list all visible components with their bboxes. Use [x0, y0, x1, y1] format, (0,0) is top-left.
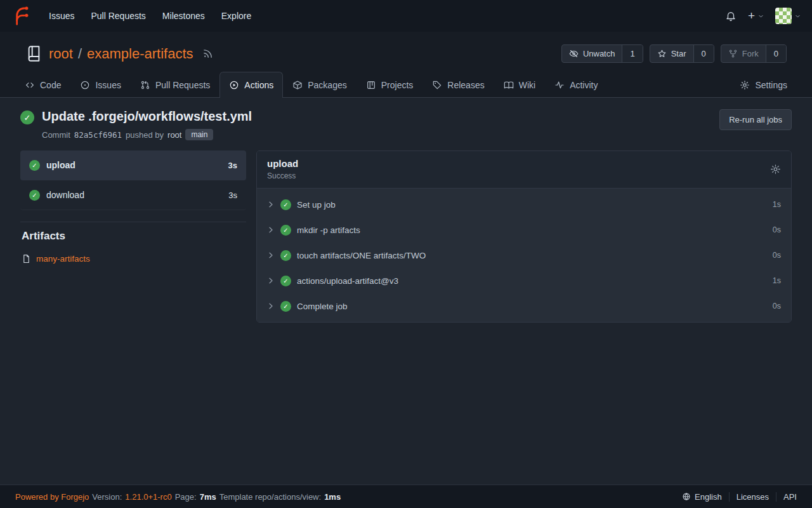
navbar-right: + — [725, 8, 801, 24]
job-detail-panel: upload Success ✓ Set up job 1s — [256, 150, 792, 323]
pusher-link[interactable]: root — [167, 130, 181, 140]
rss-icon[interactable] — [202, 48, 213, 59]
breadcrumb-separator: / — [78, 46, 82, 62]
version-link[interactable]: 1.21.0+1-rc0 — [125, 492, 171, 502]
star-icon — [657, 49, 667, 58]
tab-actions-label: Actions — [244, 80, 273, 90]
notifications-button[interactable] — [725, 10, 737, 22]
eye-slash-icon — [569, 49, 579, 58]
project-board-icon — [366, 80, 376, 90]
step-duration: 1s — [773, 200, 781, 209]
commit-sha-link[interactable]: 82a5cf6961 — [74, 130, 122, 140]
star-label: Star — [671, 49, 686, 58]
repo-owner-link[interactable]: root — [49, 46, 73, 62]
globe-icon — [682, 492, 691, 501]
artifacts-heading: Artifacts — [20, 230, 246, 243]
step-row-mkdir[interactable]: ✓ mkdir -p artifacts 0s — [257, 217, 791, 243]
step-name: mkdir -p artifacts — [297, 225, 360, 235]
repo-name-link[interactable]: example-artifacts — [87, 46, 193, 62]
template-time-label: Template repo/actions/view: — [219, 492, 321, 502]
powered-by-link[interactable]: Powered by Forgejo — [15, 492, 89, 502]
job-success-icon: ✓ — [29, 160, 40, 171]
page-time-value: 7ms — [200, 492, 216, 502]
tab-releases[interactable]: Releases — [422, 72, 494, 98]
nav-item-pull-requests[interactable]: Pull Requests — [82, 6, 154, 26]
user-menu-button[interactable] — [775, 8, 801, 24]
create-new-button[interactable]: + — [748, 11, 764, 22]
app-navbar: Issues Pull Requests Milestones Explore … — [0, 0, 812, 32]
step-success-icon: ✓ — [280, 301, 291, 312]
template-time-value: 1ms — [324, 492, 341, 502]
tab-activity-label: Activity — [570, 80, 598, 90]
chevron-right-icon — [267, 251, 275, 259]
step-row-complete-job[interactable]: ✓ Complete job 0s — [257, 293, 791, 319]
play-circle-icon — [229, 80, 239, 90]
chevron-down-icon — [758, 13, 764, 19]
tab-code[interactable]: Code — [15, 72, 70, 98]
step-row-touch[interactable]: ✓ touch artifacts/ONE artifacts/TWO 0s — [257, 243, 791, 268]
tab-issues[interactable]: Issues — [70, 72, 130, 98]
step-duration: 0s — [773, 251, 781, 260]
step-row-set-up-job[interactable]: ✓ Set up job 1s — [257, 192, 791, 217]
chevron-right-icon — [267, 302, 275, 310]
unwatch-button[interactable]: Unwatch — [562, 45, 622, 62]
forks-count[interactable]: 0 — [766, 45, 786, 62]
tab-activity[interactable]: Activity — [545, 72, 607, 98]
rerun-all-jobs-button[interactable]: Re-run all jobs — [719, 109, 792, 130]
job-row-upload[interactable]: ✓ upload 3s — [20, 150, 246, 180]
avatar — [775, 8, 792, 24]
forgejo-logo-icon — [11, 6, 32, 26]
step-success-icon: ✓ — [280, 199, 291, 210]
tab-wiki[interactable]: Wiki — [494, 72, 545, 98]
step-row-upload-artifact[interactable]: ✓ actions/upload-artifact@v3 1s — [257, 268, 791, 293]
fork-button[interactable]: Fork — [721, 45, 766, 62]
tab-settings[interactable]: Settings — [730, 72, 797, 98]
job-duration: 3s — [228, 161, 237, 170]
artifact-link[interactable]: many-artifacts — [36, 254, 90, 264]
chevron-right-icon — [267, 226, 275, 234]
run-success-icon: ✓ — [20, 110, 34, 124]
footer-left: Powered by Forgejo Version: 1.21.0+1-rc0… — [15, 492, 341, 502]
job-sidebar: ✓ upload 3s ✓ download 3s Artifacts many… — [20, 150, 246, 264]
tab-projects[interactable]: Projects — [357, 72, 423, 98]
tab-projects-label: Projects — [381, 80, 414, 90]
watchers-count[interactable]: 1 — [622, 45, 642, 62]
job-detail-header: upload Success — [257, 151, 791, 189]
repo-icon — [25, 45, 43, 62]
licenses-link[interactable]: Licenses — [729, 492, 776, 502]
bell-icon — [725, 10, 737, 22]
run-meta: Commit 82a5cf6961 pushed by root main — [42, 129, 252, 140]
stars-count[interactable]: 0 — [693, 45, 714, 62]
fork-icon — [728, 49, 738, 58]
fork-label: Fork — [742, 49, 759, 58]
book-icon — [504, 80, 514, 90]
chevron-right-icon — [267, 277, 275, 284]
tab-packages[interactable]: Packages — [283, 72, 356, 98]
tab-code-label: Code — [40, 80, 61, 90]
run-header: ✓ Update .forgejo/workflows/test.yml Com… — [20, 109, 792, 140]
unwatch-label: Unwatch — [583, 49, 615, 58]
star-button-group: Star 0 — [650, 44, 714, 63]
tab-releases-label: Releases — [447, 80, 484, 90]
api-link[interactable]: API — [776, 492, 797, 502]
nav-item-explore[interactable]: Explore — [213, 6, 259, 26]
tab-packages-label: Packages — [308, 80, 346, 90]
language-selector[interactable]: English — [675, 492, 729, 502]
star-button[interactable]: Star — [650, 45, 693, 62]
step-duration: 0s — [773, 225, 781, 234]
plus-icon: + — [748, 10, 755, 22]
tab-actions[interactable]: Actions — [219, 72, 283, 98]
repo-header: root / example-artifacts Unwatch 1 — [0, 32, 812, 70]
job-row-download[interactable]: ✓ download 3s — [20, 180, 246, 210]
nav-item-issues[interactable]: Issues — [41, 6, 82, 26]
tab-pull-requests[interactable]: Pull Requests — [131, 72, 219, 98]
job-options-gear-icon[interactable] — [770, 164, 781, 175]
job-detail-status: Success — [267, 171, 298, 180]
forgejo-logo[interactable] — [11, 6, 32, 26]
nav-item-milestones[interactable]: Milestones — [154, 6, 213, 26]
job-duration: 3s — [228, 190, 237, 200]
branch-badge[interactable]: main — [185, 129, 213, 140]
breadcrumb: root / example-artifacts — [49, 46, 193, 62]
pushed-by-label: pushed by — [126, 130, 164, 140]
repo-action-buttons: Unwatch 1 Star 0 — [561, 44, 787, 63]
